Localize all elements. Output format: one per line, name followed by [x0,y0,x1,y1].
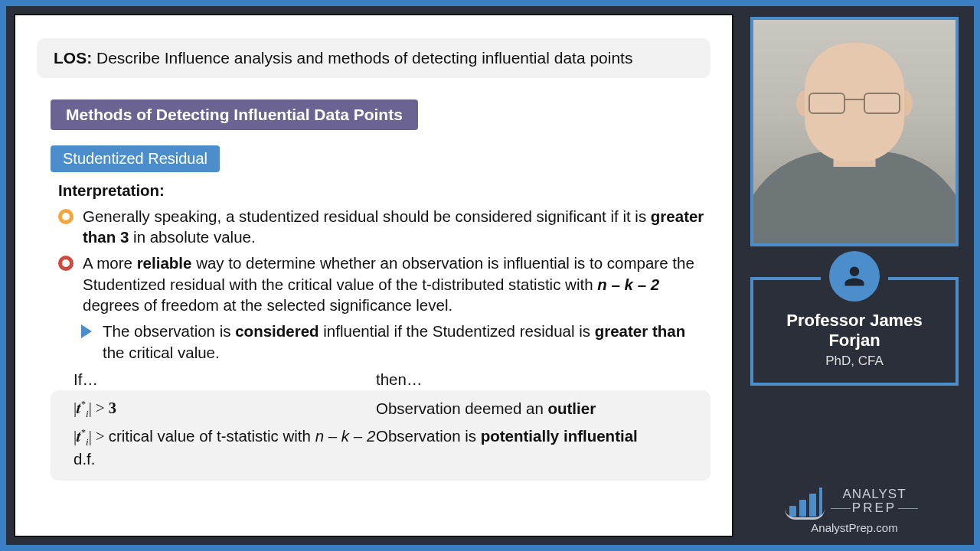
content-block: Interpretation: Generally speaking, a st… [58,180,710,481]
table-row: |𝒕*i| > 3 Observation deemed an outlier [74,398,688,421]
bullet-1: Generally speaking, a studentized residu… [58,206,710,248]
triangle-icon [81,324,92,338]
presenter-video [750,17,959,246]
brand-text: ANALYST PREP [829,487,920,515]
bullet-icon [58,209,74,224]
brand-logo: ANALYST PREP [789,486,920,517]
section-title: Methods of Detecting Influential Data Po… [51,99,418,130]
bullet-2-text: A more reliable way to determine whether… [83,253,704,316]
then-label: then… [376,369,422,390]
table-body: |𝒕*i| > 3 Observation deemed an outlier … [51,390,710,481]
table-row: |𝒕*i| > critical value of t-statistic wi… [74,425,688,470]
los-box: LOS: Describe Influence analysis and met… [37,38,710,78]
interpretation-heading: Interpretation: [58,180,710,201]
bullet-2: A more reliable way to determine whether… [58,253,710,316]
condition-cell: |𝒕*i| > 3 [74,398,376,421]
sub-title: Studentized Residual [51,145,220,172]
slide-area: LOS: Describe Influence analysis and met… [6,6,741,545]
brand-url: AnalystPrep.com [789,521,920,534]
condition-cell: |𝒕*i| > critical value of t-statistic wi… [74,425,376,470]
presenter-name: Professor James Forjan [761,311,948,350]
table-header: If… then… [51,369,710,390]
sidebar: Professor James Forjan PhD, CFA ANALYST … [741,6,974,545]
los-label: LOS: [54,49,92,67]
presenter-card: Professor James Forjan PhD, CFA [750,277,959,386]
result-cell: Observation is potentially influential [376,425,688,447]
if-label: If… [74,369,376,390]
slide: LOS: Describe Influence analysis and met… [14,14,733,537]
los-text: Describe Influence analysis and methods … [96,49,632,67]
avatar-icon [829,251,880,302]
condition-table: If… then… |𝒕*i| > 3 Observation deemed a… [51,369,710,481]
glasses-icon [808,93,900,116]
bullet-icon [58,256,74,271]
brand-block: ANALYST PREP AnalystPrep.com [789,486,920,537]
result-cell: Observation deemed an outlier [376,398,688,419]
logo-bars-icon [789,486,823,517]
bullet-1-text: Generally speaking, a studentized residu… [83,206,704,248]
presenter-credentials: PhD, CFA [761,354,948,369]
sub-bullet: The observation is considered influentia… [58,321,710,363]
sub-bullet-text: The observation is considered influentia… [103,321,704,363]
